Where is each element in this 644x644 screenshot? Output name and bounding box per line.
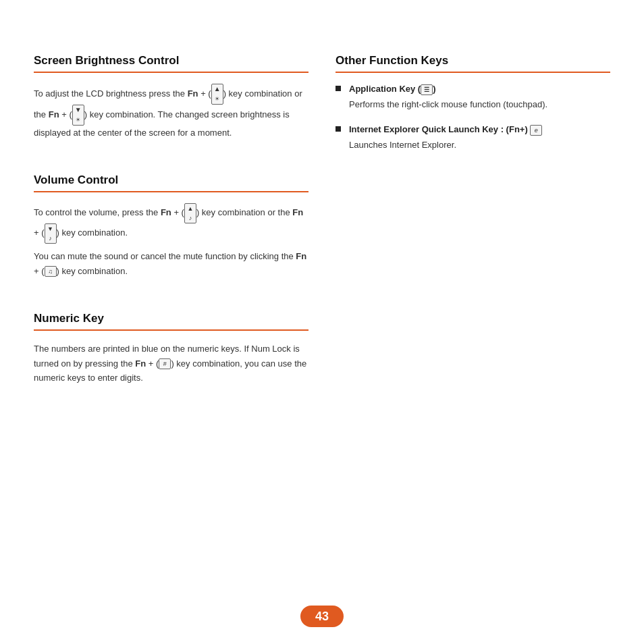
screen-brightness-text: To adjust the LCD brightness press the F… <box>34 84 308 140</box>
right-column: Other Function Keys Application Key (☰) … <box>336 54 610 419</box>
numeric-key-section: Numeric Key The numbers are printed in b… <box>34 312 308 385</box>
volume-control-body: To control the volume, press the Fn + (▲… <box>34 203 308 278</box>
volume-up-icon: ▲♪ <box>184 203 196 223</box>
numeric-key-title: Numeric Key <box>34 312 308 331</box>
ie-key-content: Internet Explorer Quick Launch Key : (Fn… <box>349 124 610 151</box>
brightness-up-icon: ▲☀ <box>211 84 223 105</box>
numeric-key-body: The numbers are printed in blue on the n… <box>34 342 308 385</box>
other-function-keys-title: Other Function Keys <box>336 54 610 73</box>
list-item-application-key: Application Key (☰) Performs the right-c… <box>336 84 610 111</box>
numlock-icon: # <box>159 358 171 369</box>
volume-control-title: Volume Control <box>34 173 308 192</box>
screen-brightness-section: Screen Brightness Control To adjust the … <box>34 54 308 140</box>
volume-control-section: Volume Control To control the volume, pr… <box>34 173 308 278</box>
bullet-icon-1 <box>336 86 341 91</box>
bullet-icon-2 <box>336 126 341 132</box>
app-key-icon: ☰ <box>421 84 433 95</box>
page-number: 43 <box>300 606 344 627</box>
fn-key-4: Fn <box>292 208 303 218</box>
fn-key-3: Fn <box>161 208 171 218</box>
function-keys-list: Application Key (☰) Performs the right-c… <box>336 84 610 151</box>
left-column: Screen Brightness Control To adjust the … <box>34 54 308 419</box>
brightness-down-icon: ▼☀ <box>72 105 84 126</box>
mute-icon: ♫ <box>45 266 57 277</box>
fn-key-2: Fn <box>49 109 59 119</box>
fn-key-1: Fn <box>188 88 198 99</box>
screen-brightness-body: To adjust the LCD brightness press the F… <box>34 84 308 140</box>
application-key-title: Application Key (☰) <box>349 84 610 95</box>
volume-down-icon: ▼♪ <box>45 223 57 244</box>
ie-key-title: Internet Explorer Quick Launch Key : (Fn… <box>349 124 610 136</box>
other-function-keys-section: Other Function Keys Application Key (☰) … <box>336 54 610 151</box>
volume-control-text-2: You can mute the sound or cancel the mut… <box>34 249 308 278</box>
fn-key-6: Fn <box>135 358 146 369</box>
ie-key-desc: Launches Internet Explorer. <box>349 138 610 152</box>
ie-key-icon: e <box>530 125 542 136</box>
application-key-content: Application Key (☰) Performs the right-c… <box>349 84 610 111</box>
application-key-desc: Performs the right-click mouse function … <box>349 98 610 111</box>
fn-key-5: Fn <box>296 251 306 261</box>
page-number-container: 43 <box>300 610 344 624</box>
screen-brightness-title: Screen Brightness Control <box>34 54 308 73</box>
numeric-key-text: The numbers are printed in blue on the n… <box>34 342 308 385</box>
volume-control-text-1: To control the volume, press the Fn + (▲… <box>34 203 308 244</box>
list-item-ie-key: Internet Explorer Quick Launch Key : (Fn… <box>336 124 610 151</box>
